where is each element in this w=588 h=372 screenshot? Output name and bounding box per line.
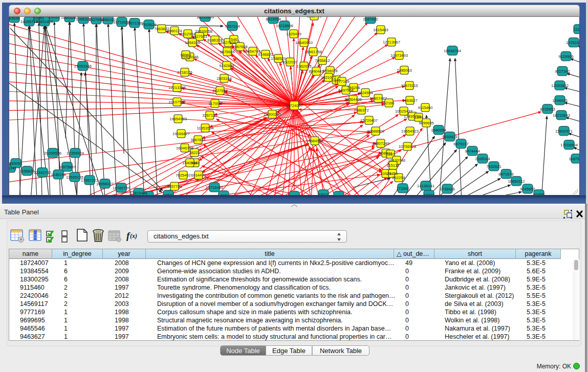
svg-text:1325419: 1325419	[286, 32, 301, 36]
svg-text:9457791: 9457791	[167, 184, 182, 189]
svg-text:7386372: 7386372	[354, 108, 369, 113]
svg-text:11125: 11125	[574, 27, 579, 32]
svg-text:1640954: 1640954	[431, 128, 446, 133]
svg-text:8471676: 8471676	[498, 172, 514, 177]
svg-text:3267130: 3267130	[202, 113, 217, 118]
svg-text:18640910: 18640910	[295, 40, 313, 45]
svg-text:95801: 95801	[289, 194, 299, 195]
svg-text:9245652: 9245652	[520, 187, 535, 191]
svg-text:15716485: 15716485	[206, 185, 223, 190]
svg-text:1733426: 1733426	[440, 187, 455, 191]
svg-text:6879197: 6879197	[453, 142, 469, 146]
svg-text:12342737: 12342737	[34, 170, 51, 175]
svg-text:20206536: 20206536	[44, 151, 61, 156]
svg-text:1540934: 1540934	[182, 161, 198, 165]
svg-text:3675685: 3675685	[220, 50, 235, 54]
svg-text:63011: 63011	[318, 192, 329, 195]
svg-text:5933923: 5933923	[442, 135, 458, 139]
svg-text:7955812: 7955812	[315, 58, 330, 63]
svg-text:2803144: 2803144	[216, 76, 232, 81]
svg-text:7632621: 7632621	[486, 164, 502, 169]
svg-text:12975115: 12975115	[401, 83, 418, 88]
svg-text:16671355: 16671355	[126, 21, 143, 26]
svg-text:115132: 115132	[387, 163, 400, 168]
svg-text:546: 546	[231, 37, 237, 42]
svg-text:29053346: 29053346	[74, 64, 92, 69]
svg-text:17359924: 17359924	[67, 151, 84, 156]
svg-text:165061: 165061	[9, 161, 22, 166]
svg-text:173342: 173342	[396, 186, 409, 191]
svg-text:2718176: 2718176	[177, 70, 192, 75]
svg-text:16210643: 16210643	[553, 113, 570, 118]
svg-text:746266: 746266	[347, 85, 360, 90]
svg-text:1145194: 1145194	[51, 172, 66, 177]
svg-text:19218506: 19218506	[276, 24, 293, 28]
svg-text:(x): (x)	[130, 232, 137, 239]
svg-text:16033809: 16033809	[197, 17, 214, 19]
svg-text:1244415: 1244415	[552, 98, 568, 103]
svg-text:18807249: 18807249	[372, 141, 389, 146]
svg-text:9227342: 9227342	[555, 69, 570, 74]
svg-text:20364436: 20364436	[344, 97, 362, 102]
svg-text:9777169: 9777169	[334, 79, 350, 84]
svg-text:8813054: 8813054	[266, 17, 281, 21]
svg-text:18300295: 18300295	[264, 112, 281, 117]
svg-text:98961: 98961	[180, 53, 191, 57]
svg-text:19654923: 19654923	[401, 129, 419, 134]
svg-text:8322037: 8322037	[282, 60, 298, 64]
svg-text:19654983: 19654983	[169, 117, 187, 121]
svg-text:19033: 19033	[49, 17, 59, 19]
svg-text:16782759: 16782759	[113, 186, 130, 190]
svg-text:14136141: 14136141	[417, 184, 434, 188]
svg-text:38222: 38222	[189, 150, 200, 155]
svg-text:1156829: 1156829	[20, 169, 35, 173]
svg-text:10973493: 10973493	[390, 53, 408, 58]
svg-text:9242848: 9242848	[219, 63, 234, 68]
svg-text:12213383: 12213383	[168, 85, 186, 90]
svg-text:20691406: 20691406	[36, 19, 53, 24]
svg-text:8427552: 8427552	[212, 89, 228, 93]
svg-text:94577: 94577	[163, 193, 173, 195]
svg-text:252254: 252254	[392, 176, 405, 180]
svg-text:1362615: 1362615	[296, 64, 312, 69]
svg-text:10654112: 10654112	[508, 179, 525, 184]
svg-text:6914479: 6914479	[191, 173, 206, 178]
svg-text:15692971: 15692971	[555, 129, 573, 134]
svg-text:7357224: 7357224	[225, 24, 240, 29]
svg-text:8912954: 8912954	[180, 32, 195, 36]
svg-text:7485063: 7485063	[397, 68, 412, 73]
svg-text:10688609: 10688609	[367, 129, 384, 134]
svg-text:1575104: 1575104	[566, 40, 579, 45]
svg-text:3867834: 3867834	[190, 138, 206, 142]
svg-text:8990443: 8990443	[309, 69, 324, 74]
svg-text:1615483: 1615483	[373, 28, 388, 32]
svg-text:9115460: 9115460	[418, 105, 433, 110]
svg-text:12213967: 12213967	[383, 40, 400, 45]
svg-text:10107552: 10107552	[168, 100, 186, 104]
svg-text:17016504: 17016504	[560, 143, 578, 147]
svg-text:129234: 129234	[142, 194, 155, 195]
svg-text:18724007: 18724007	[286, 103, 303, 108]
svg-text:3624554: 3624554	[358, 91, 373, 95]
svg-text:2935114: 2935114	[475, 157, 490, 161]
svg-text:2867608: 2867608	[232, 45, 248, 49]
svg-text:2087682: 2087682	[363, 17, 378, 21]
svg-text:16046788: 16046788	[176, 146, 193, 150]
svg-text:6794028: 6794028	[322, 69, 338, 73]
svg-text:6930440: 6930440	[307, 17, 322, 18]
svg-text:1054339: 1054339	[185, 40, 200, 45]
svg-text:1167534: 1167534	[569, 157, 580, 161]
svg-text:12093832: 12093832	[551, 83, 569, 88]
svg-text:10975887: 10975887	[58, 165, 76, 169]
svg-text:1867: 1867	[386, 152, 395, 157]
svg-text:117006: 117006	[209, 101, 222, 106]
svg-text:391141: 391141	[9, 166, 16, 170]
svg-text:62160: 62160	[383, 101, 394, 105]
svg-text:16961758: 16961758	[304, 50, 322, 54]
svg-text:1844: 1844	[415, 115, 423, 120]
svg-text:16120746: 16120746	[388, 158, 405, 163]
svg-text:10756928: 10756928	[399, 144, 416, 149]
svg-text:9463627: 9463627	[402, 98, 418, 103]
svg-text:11353594: 11353594	[197, 126, 213, 130]
svg-text:9899695: 9899695	[419, 121, 434, 125]
